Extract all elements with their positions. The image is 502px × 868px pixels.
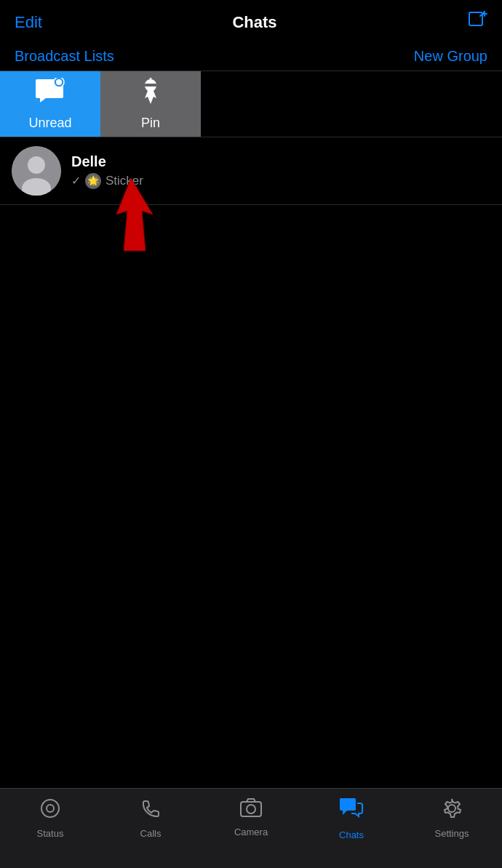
unread-chat-icon <box>34 78 66 111</box>
tab-camera[interactable]: Camera <box>215 797 287 837</box>
pin-icon <box>138 78 164 111</box>
tab-chats[interactable]: Chats <box>315 797 388 840</box>
compose-button[interactable] <box>467 10 487 35</box>
tab-settings[interactable]: Settings <box>415 797 488 839</box>
chat-list: Delle ✓ 🌟 Sticker <box>0 137 502 205</box>
svg-rect-6 <box>145 84 156 87</box>
edit-button[interactable]: Edit <box>15 13 42 32</box>
new-group-button[interactable]: New Group <box>414 48 487 65</box>
tab-bar: Status Calls Camera Chats <box>0 788 502 868</box>
status-icon <box>39 797 61 824</box>
svg-point-13 <box>47 805 54 812</box>
svg-point-5 <box>56 79 62 85</box>
header: Edit Chats <box>0 0 502 42</box>
camera-icon <box>239 797 263 823</box>
broadcast-lists-button[interactable]: Broadcast Lists <box>15 48 114 65</box>
pin-tab-label: Pin <box>141 116 160 131</box>
settings-tab-label: Settings <box>435 828 469 839</box>
filter-tab-unread[interactable]: Unread <box>0 71 100 137</box>
svg-point-15 <box>247 805 255 813</box>
filter-tab-pin[interactable]: Pin <box>100 71 201 137</box>
svg-rect-0 <box>469 12 482 25</box>
filter-tabs: Unread Pin <box>0 71 502 137</box>
avatar-delle <box>12 146 61 196</box>
chat-name-delle: Delle <box>71 153 490 170</box>
calls-tab-label: Calls <box>140 828 162 839</box>
chat-preview-text: Sticker <box>105 174 143 188</box>
settings-icon <box>441 797 463 824</box>
chat-item-delle[interactable]: Delle ✓ 🌟 Sticker <box>0 137 502 205</box>
tab-status[interactable]: Status <box>14 797 87 839</box>
svg-point-12 <box>41 800 59 817</box>
chats-icon <box>338 797 364 826</box>
status-tab-label: Status <box>37 828 64 839</box>
chat-info-delle: Delle ✓ 🌟 Sticker <box>71 153 490 189</box>
calls-icon <box>140 797 162 824</box>
page-title: Chats <box>232 13 276 32</box>
svg-point-10 <box>28 156 45 174</box>
subheader: Broadcast Lists New Group <box>0 42 502 71</box>
tab-calls[interactable]: Calls <box>114 797 187 839</box>
sticker-icon: 🌟 <box>85 173 101 189</box>
check-icon: ✓ <box>71 174 81 188</box>
svg-point-16 <box>448 805 455 812</box>
unread-tab-label: Unread <box>28 116 71 131</box>
chat-preview-delle: ✓ 🌟 Sticker <box>71 173 490 189</box>
camera-tab-label: Camera <box>234 827 268 837</box>
chats-tab-label: Chats <box>339 829 364 840</box>
